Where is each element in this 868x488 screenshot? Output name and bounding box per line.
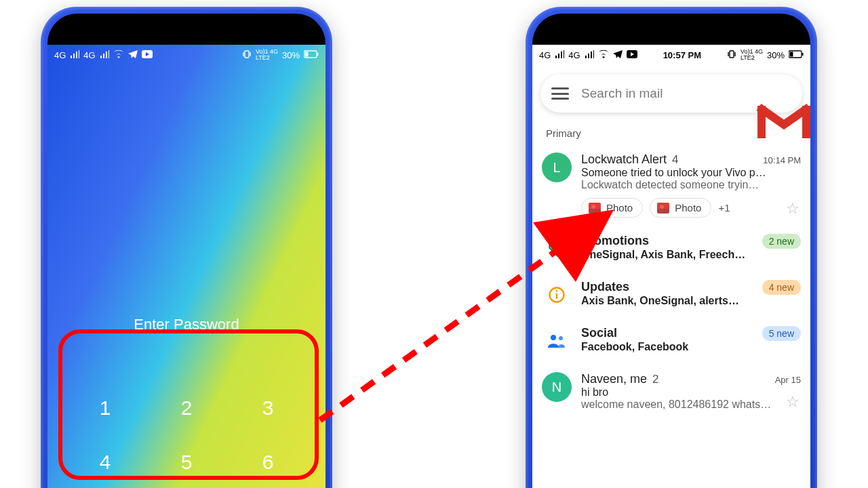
people-icon [542,326,572,356]
wifi-icon [598,50,609,60]
category-senders: Facebook, Facebook [581,341,801,353]
attachment-label: Photo [675,202,701,214]
category-title: Updates [581,280,629,294]
category-promotions[interactable]: Promotions 2 new OneSignal, Axis Bank, F… [532,226,810,272]
clock: 10:57 PM [663,50,701,60]
sender: Naveen, me [581,372,647,386]
svg-rect-15 [556,290,557,291]
volte-label: Vo)1 4G LTE2 [741,49,763,61]
photo-icon [657,203,669,214]
svg-rect-11 [757,106,766,138]
preview: Lockwatch detected someone tryin… [581,179,801,191]
svg-rect-9 [802,53,804,56]
telegram-icon [613,50,623,60]
preview: welcome naveen, 8012486192 whats… [581,399,801,411]
new-badge: 4 new [762,280,801,295]
status-bar: 4G 4G [532,45,810,65]
subject: Someone tried to unlock your Vivo p… [581,167,801,179]
info-icon [542,280,572,310]
svg-rect-14 [556,293,557,299]
category-title: Social [581,326,617,340]
attachment-chip[interactable]: Photo [581,198,643,218]
signal-icon-1 [555,50,564,60]
star-icon[interactable]: ☆ [786,393,800,411]
email-body: Lockwatch Alert 4 10:14 PM Someone tried… [581,152,801,218]
svg-point-16 [551,335,556,340]
category-senders: Axis Bank, OneSignal, alerts… [581,295,801,307]
svg-point-17 [559,336,563,340]
attachment-label: Photo [606,202,633,214]
gmail-screen: 4G 4G [532,45,810,488]
phone-frame-right: 4G 4G [526,7,817,488]
photo-icon [589,203,601,214]
attachment-chip[interactable]: Photo [650,198,711,218]
sender: Lockwatch Alert [581,152,667,167]
timestamp: 10:14 PM [763,155,801,165]
youtube-icon [627,50,637,60]
status-right: Vo)1 4G LTE2 30% [727,49,804,61]
thread-count: 4 [672,153,678,167]
gmail-logo-icon [755,100,810,141]
attachments: Photo Photo +1 [581,198,801,218]
category-social[interactable]: Social 5 new Facebook, Facebook [532,318,810,364]
network-label-1: 4G [539,50,551,60]
svg-rect-10 [790,52,793,56]
subject: hi bro [581,386,801,399]
avatar: N [542,372,572,402]
vibrate-icon [727,49,736,61]
phone-inner-right: 4G 4G [532,14,810,488]
category-senders: OneSignal, Axis Bank, Freech… [581,249,801,261]
svg-rect-12 [802,106,810,138]
battery-icon [789,50,804,60]
avatar: L [542,152,572,182]
highlight-box [58,329,319,480]
tag-icon [542,234,572,264]
search-placeholder: Search in mail [581,86,791,101]
signal-icon-2 [585,50,594,60]
category-title: Promotions [581,234,649,248]
thread-count: 2 [652,373,658,386]
category-updates[interactable]: Updates 4 new Axis Bank, OneSignal, aler… [532,272,810,318]
attachment-more: +1 [718,202,730,214]
battery-percent: 30% [767,50,785,60]
new-badge: 2 new [762,234,801,249]
star-icon[interactable]: ☆ [786,200,800,218]
status-left: 4G 4G [539,50,637,60]
email-item-naveen[interactable]: N Naveen, me 2 Apr 15 hi bro welcome nav… [532,364,810,419]
email-item-lockwatch[interactable]: L Lockwatch Alert 4 10:14 PM Someone tri… [532,144,810,226]
new-badge: 5 new [762,326,801,341]
menu-icon[interactable] [551,87,569,100]
timestamp: Apr 15 [775,375,801,385]
svg-rect-7 [730,51,734,58]
network-label-2: 4G [568,50,580,60]
